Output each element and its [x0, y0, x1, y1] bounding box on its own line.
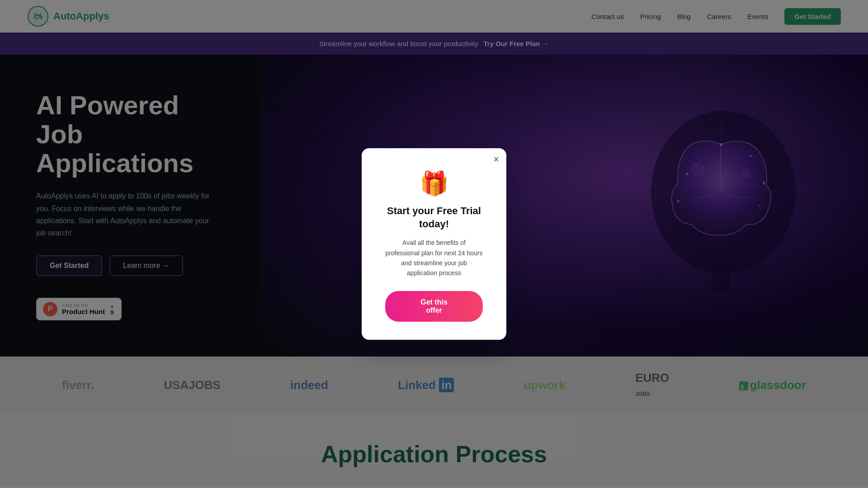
modal-description: Avail all the benefits of professional p… — [385, 238, 483, 278]
modal-overlay[interactable]: × 🎁 Start your Free Trial today! Avail a… — [0, 0, 868, 488]
modal-title: Start your Free Trial today! — [385, 205, 483, 230]
modal-close-button[interactable]: × — [493, 155, 499, 164]
modal-gift-icon: 🎁 — [385, 170, 483, 197]
modal: × 🎁 Start your Free Trial today! Avail a… — [362, 148, 506, 340]
modal-cta-button[interactable]: Get this offer — [385, 291, 483, 322]
